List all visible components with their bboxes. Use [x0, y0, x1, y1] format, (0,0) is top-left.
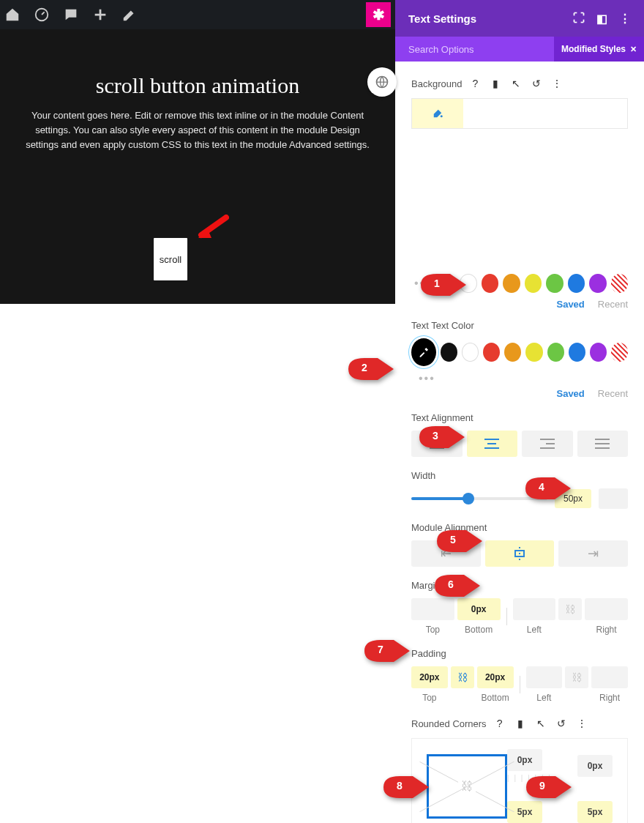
- eyedropper-icon[interactable]: [411, 338, 436, 366]
- module-alignment-section: Module Alignment ⇤ ⇥: [411, 522, 628, 567]
- search-bar: Modified Styles ✕: [395, 37, 644, 62]
- margin-link-icon[interactable]: ⛓: [558, 598, 582, 620]
- recent-tab[interactable]: Recent: [598, 299, 628, 310]
- phone-icon[interactable]: ▮: [513, 716, 528, 731]
- search-input[interactable]: [408, 44, 554, 55]
- expand-icon[interactable]: ⛶: [573, 12, 585, 26]
- margin-label: Margin: [411, 580, 441, 591]
- align-center-button[interactable]: [467, 431, 518, 457]
- swatch[interactable]: [547, 343, 564, 362]
- home-icon[interactable]: [4, 7, 20, 23]
- margin-right-input[interactable]: [585, 598, 628, 620]
- padding-bottom-input[interactable]: 20px: [477, 666, 514, 688]
- dashboard-icon[interactable]: [34, 7, 50, 23]
- corner-tr-input[interactable]: 0px: [577, 755, 613, 777]
- comment-icon[interactable]: [63, 7, 79, 23]
- width-unit[interactable]: [599, 488, 628, 509]
- margin-top-label: Top: [426, 625, 440, 635]
- corner-tl-input[interactable]: 0px: [507, 749, 542, 771]
- reset-icon[interactable]: ↺: [529, 76, 544, 91]
- corner-bl-input[interactable]: 5px: [507, 801, 542, 823]
- swatch[interactable]: [590, 343, 607, 362]
- swatch[interactable]: [525, 343, 542, 362]
- panel-title: Text Settings: [408, 12, 476, 25]
- corner-link-icon[interactable]: ⛓: [458, 778, 476, 794]
- panel-scroll[interactable]: Background ? ▮ ↖ ↺ ⋮: [395, 62, 644, 823]
- menu-icon[interactable]: ⋮: [619, 12, 631, 26]
- reset-icon[interactable]: ↺: [554, 716, 569, 731]
- phone-icon[interactable]: ▮: [488, 76, 503, 91]
- swatch[interactable]: [462, 343, 479, 362]
- module-align-left-button[interactable]: ⇤: [411, 540, 481, 567]
- padding-left-label: Left: [536, 693, 551, 703]
- background-picker[interactable]: [411, 98, 628, 129]
- module-align-right-button[interactable]: ⇥: [558, 540, 628, 567]
- text-alignment-label: Text Alignment: [411, 412, 473, 423]
- swatch[interactable]: [503, 274, 520, 293]
- align-right-button[interactable]: [522, 431, 573, 457]
- padding-left-input[interactable]: [526, 666, 563, 688]
- padding-link-icon[interactable]: ⛓: [451, 666, 474, 688]
- swatch[interactable]: [460, 274, 477, 293]
- swatch[interactable]: [441, 343, 457, 362]
- modified-styles-label: Modified Styles: [561, 44, 626, 54]
- swatch[interactable]: [438, 274, 455, 293]
- paint-bucket-icon[interactable]: [412, 99, 463, 128]
- saved-tab[interactable]: Saved: [556, 299, 584, 310]
- background-label: Background: [411, 78, 462, 89]
- snap-icon[interactable]: ◧: [596, 12, 607, 26]
- width-section: Width 50px: [411, 470, 628, 509]
- more-swatches-icon[interactable]: •••: [416, 372, 438, 384]
- padding-top-input[interactable]: 20px: [411, 666, 448, 688]
- swatch-transparent[interactable]: [611, 343, 628, 362]
- corner-br-input[interactable]: 5px: [577, 801, 613, 823]
- wp-plugin-badge[interactable]: ✱: [366, 2, 391, 27]
- swatch[interactable]: [483, 343, 500, 362]
- margin-section: Margin Top 0pxBottom Left ⛓ Right: [411, 580, 628, 635]
- swatch[interactable]: [504, 343, 521, 362]
- corner-preview: ⛓: [427, 754, 507, 819]
- help-icon[interactable]: ?: [493, 716, 507, 731]
- close-icon[interactable]: ✕: [630, 45, 637, 54]
- padding-link-icon-2[interactable]: ⛓: [565, 666, 588, 688]
- help-icon[interactable]: ?: [468, 76, 482, 91]
- more-swatches-icon[interactable]: •••: [411, 277, 434, 290]
- module-align-center-button[interactable]: [485, 540, 555, 567]
- background-swatches: •••: [411, 274, 628, 293]
- plus-icon[interactable]: [92, 7, 108, 23]
- swatch[interactable]: [589, 274, 606, 293]
- width-slider[interactable]: [411, 497, 547, 500]
- more-icon[interactable]: ⋮: [574, 716, 589, 731]
- preview-stage: ✱ scroll button animation Your content g…: [0, 0, 395, 823]
- swatch-transparent[interactable]: [611, 274, 628, 293]
- margin-top-input[interactable]: [411, 598, 454, 620]
- text-color-label: Text Text Color: [411, 320, 474, 331]
- settings-panel: Text Settings ⛶ ◧ ⋮ Modified Styles ✕ Ba…: [395, 0, 644, 823]
- svg-point-2: [441, 115, 443, 117]
- hover-icon[interactable]: ↖: [533, 716, 548, 731]
- width-value[interactable]: 50px: [555, 489, 591, 508]
- swatch[interactable]: [525, 274, 542, 293]
- panel-header: Text Settings ⛶ ◧ ⋮: [395, 0, 644, 37]
- pencil-icon[interactable]: [121, 7, 138, 23]
- divider: [520, 676, 520, 693]
- align-justify-button[interactable]: [577, 431, 629, 457]
- recent-tab[interactable]: Recent: [598, 388, 628, 399]
- hero-body: Your content goes here. Edit or remove t…: [22, 108, 373, 152]
- swatch[interactable]: [569, 343, 585, 362]
- globe-icon[interactable]: [367, 67, 397, 97]
- hover-icon[interactable]: ↖: [509, 76, 523, 91]
- swatch[interactable]: [568, 274, 585, 293]
- padding-right-input[interactable]: [591, 666, 628, 688]
- swatch[interactable]: [482, 274, 498, 293]
- modified-styles-badge[interactable]: Modified Styles ✕: [554, 37, 644, 62]
- margin-left-input[interactable]: [513, 598, 556, 620]
- margin-bottom-input[interactable]: 0px: [457, 598, 501, 620]
- scroll-button[interactable]: scroll: [154, 238, 187, 280]
- swatch[interactable]: [546, 274, 563, 293]
- more-icon[interactable]: ⋮: [550, 76, 564, 91]
- saved-tab[interactable]: Saved: [556, 388, 584, 399]
- align-left-button[interactable]: [411, 431, 463, 457]
- hero-title: scroll button animation: [12, 73, 383, 98]
- margin-left-label: Left: [527, 625, 542, 635]
